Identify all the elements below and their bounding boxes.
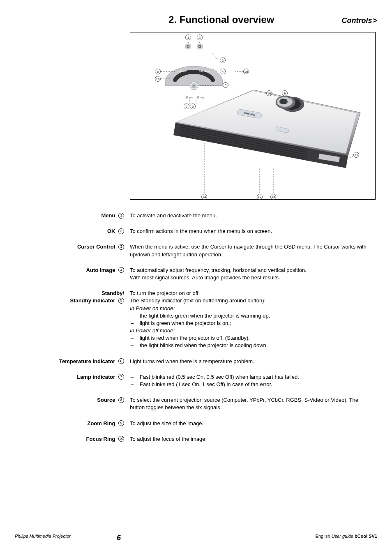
svg-text:8: 8 (157, 70, 159, 74)
callout-8: 8 (155, 69, 161, 74)
entry-row: Auto Image 4To automatically adjust freq… (15, 267, 377, 281)
callout-7: 7 (184, 104, 189, 109)
list-item: –the light blinks red when the projector… (130, 342, 373, 349)
svg-text:16: 16 (156, 77, 160, 81)
autoimage-button-label: Auto Image (199, 70, 210, 72)
projector-diagram: PHILIPS Source Auto Image (130, 32, 376, 200)
svg-text:2: 2 (199, 36, 201, 39)
entry-label: Focus Ring 10 (15, 435, 130, 443)
description-text: To select the current projection source … (130, 396, 373, 411)
description-text: To turn the projector on or off. (130, 290, 373, 297)
entry-label: Menu 1 (15, 212, 130, 219)
description-text: To automatically adjust frequency, track… (130, 267, 373, 274)
svg-text:5: 5 (225, 83, 227, 87)
entry-row: Cursor Control 3When the menu is active,… (15, 243, 377, 258)
entry-label: Lamp indicator 7 (15, 373, 130, 388)
entry-label: Temperature indicator 6 (15, 358, 130, 365)
list-item: –the light blinks green when the project… (130, 312, 373, 320)
entry-row: Menu 1To activate and deactivate the men… (15, 212, 377, 219)
entry-label: Cursor Control 3 (15, 243, 130, 258)
callout-5: 5 (223, 83, 228, 88)
list-item: –Fast blinks red (0.5 sec On, 0.5 sec Of… (130, 373, 373, 381)
footer-right: English User guide bCool SV1 (316, 534, 377, 539)
description-text: Light turns red when there is a temperat… (130, 358, 373, 365)
footer-model: bCool SV1 (355, 534, 377, 539)
entry-number-circle: 2 (118, 228, 124, 234)
callout-11: 11 (354, 152, 359, 158)
svg-text:15: 15 (244, 70, 248, 74)
callout-14: 14 (202, 194, 207, 200)
entry-description: To adjust the focus of the image. (130, 435, 377, 443)
callout-13: 13 (271, 194, 276, 200)
svg-text:11: 11 (355, 153, 358, 157)
entry-description: When the menu is active, use the Cursor … (130, 243, 377, 258)
list-item: –Fast blinks red (1 sec On, 1 sec Off) i… (130, 381, 373, 388)
entry-row: Lamp indicator 7–Fast blinks red (0.5 se… (15, 373, 377, 388)
entry-number-circle: 4 (118, 267, 124, 273)
callout-1: 1 (186, 35, 191, 40)
callout-15: 15 (244, 69, 249, 74)
callout-9: 9 (282, 91, 288, 96)
callout-3: 3 (220, 58, 226, 63)
svg-point-4 (279, 99, 288, 104)
source-button-label: Source (180, 70, 186, 72)
description-text: To activate and deactivate the menu. (130, 212, 373, 219)
entry-label: Zoom Ring 9 (15, 420, 130, 427)
entry-description: To adjust the size of the image. (130, 420, 377, 427)
entry-row: OK 2To confirm actions in the menu when … (15, 228, 377, 235)
entry-number-circle: 9 (118, 420, 124, 426)
svg-text:6: 6 (192, 105, 194, 108)
control-descriptions: Menu 1To activate and deactivate the men… (15, 212, 377, 443)
svg-text:Lamp: Lamp (200, 97, 205, 99)
page-title: 2. Functional overview (15, 14, 341, 25)
svg-text:14: 14 (203, 195, 206, 199)
svg-point-17 (197, 97, 199, 99)
entry-description: To select the current projection source … (130, 396, 377, 411)
description-text: When the menu is active, use the Cursor … (130, 243, 373, 258)
svg-text:7: 7 (186, 105, 188, 108)
section-text: Controls (341, 16, 372, 25)
entry-row: Temperature indicator 6Light turns red w… (15, 358, 377, 365)
svg-text:10: 10 (267, 92, 271, 95)
entry-row: Focus Ring 10To adjust the focus of the … (15, 435, 377, 443)
description-text: The Standby indicator (text on button/ri… (130, 297, 373, 304)
svg-point-15 (193, 85, 195, 87)
entry-label: OK 2 (15, 228, 130, 235)
list-item: –light is red when the projector is off.… (130, 334, 373, 342)
entry-number-circle: 5 (118, 298, 124, 304)
entry-description: –Fast blinks red (0.5 sec On, 0.5 sec Of… (130, 373, 377, 388)
footer-lang: English (316, 534, 330, 539)
callout-6: 6 (190, 104, 196, 109)
svg-text:4: 4 (222, 70, 224, 74)
entry-description: Light turns red when there is a temperat… (130, 358, 377, 365)
entry-description: To turn the projector on or off.The Stan… (130, 290, 377, 350)
footer-page-number: 6 (117, 534, 121, 542)
description-text: To adjust the size of the image. (130, 420, 373, 427)
callout-4: 4 (220, 69, 226, 74)
description-text: In Power on mode: (130, 305, 373, 312)
footer-left: Philips Multimedia Projector (15, 534, 316, 539)
svg-text:3: 3 (222, 59, 224, 62)
entry-row: Source 8To select the current projection… (15, 396, 377, 411)
description-text: To adjust the focus of the image. (130, 435, 373, 443)
svg-text:12: 12 (258, 195, 262, 199)
callout-10: 10 (267, 91, 272, 96)
svg-line-27 (349, 156, 354, 158)
entry-number-circle: 10 (118, 436, 124, 442)
svg-point-12 (199, 46, 200, 47)
entry-label: Source 8 (15, 396, 130, 411)
description-text: With most signal sources, Auto Image pro… (130, 274, 373, 281)
section-label: Controls> (341, 16, 377, 25)
footer-guide: User guide (332, 534, 355, 539)
callout-2: 2 (197, 35, 203, 40)
callout-16: 16 (155, 76, 161, 82)
entry-row: Zoom Ring 9To adjust the size of the ima… (15, 420, 377, 427)
entry-description: To confirm actions in the menu when the … (130, 228, 377, 235)
entry-number-circle: 8 (118, 397, 124, 403)
svg-text:Temp: Temp (189, 97, 194, 99)
entry-label: Auto Image 4 (15, 267, 130, 281)
entry-number-circle: 3 (118, 244, 124, 250)
callout-12: 12 (257, 194, 263, 200)
entry-description: To activate and deactivate the menu. (130, 212, 377, 219)
entry-row: Standby/Standby indicator 5To turn the p… (15, 290, 377, 350)
